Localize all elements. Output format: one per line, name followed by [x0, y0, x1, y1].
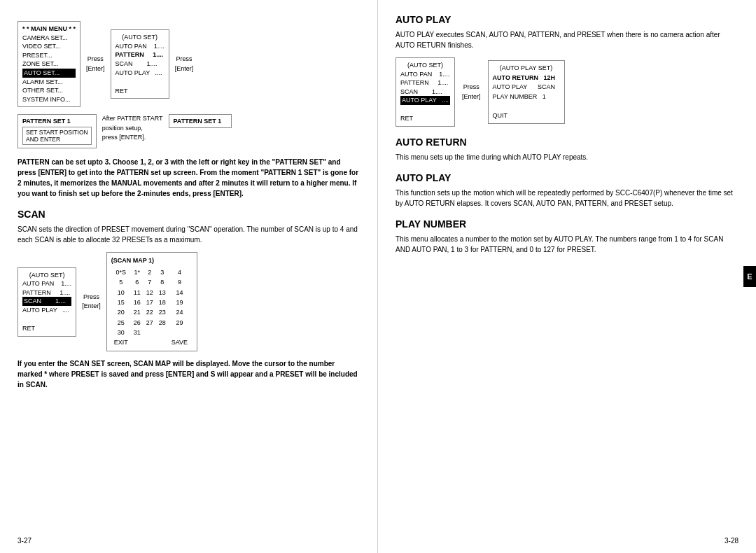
- page-right: E AUTO PLAY AUTO PLAY executes SCAN, AUT…: [378, 0, 756, 553]
- auto-return-title: AUTO RETURN: [396, 136, 738, 148]
- main-menu-other: OTHER SET...: [22, 86, 76, 95]
- pattern-set-1-label-right: PATTERN SET 1: [174, 118, 227, 125]
- diagram-row-2: PATTERN SET 1 SET START POSITIONAND ENTE…: [18, 114, 360, 148]
- scan-autopan: AUTO PAN 1....: [22, 279, 71, 288]
- enter-label-1: [Enter]: [86, 64, 105, 74]
- auto-play-scan-item: AUTO PLAY SCAN: [493, 83, 560, 92]
- auto-play-set-box: (AUTO PLAY SET) AUTO RETURN 12H AUTO PLA…: [488, 60, 565, 124]
- press-enter-1: Press [Enter]: [86, 55, 105, 74]
- main-menu-camera: CAMERA SET...: [22, 34, 76, 43]
- play-number-title: PLAY NUMBER: [396, 218, 738, 230]
- auto-set-scan: SCAN 1....: [115, 59, 164, 69]
- right-autopan: AUTO PAN 1....: [400, 70, 450, 79]
- auto-return-item: AUTO RETURN 12H: [493, 74, 560, 83]
- auto-set-ret: RET: [115, 87, 164, 96]
- scan-auto-set-title: (AUTO SET): [22, 271, 71, 280]
- enter-label-2: [Enter]: [175, 64, 194, 74]
- scan-diagram-row: (AUTO SET) AUTO PAN 1.... PATTERN 1.... …: [18, 252, 360, 351]
- main-menu-preset: PRESET...: [22, 51, 76, 60]
- right-auto-set-title: (AUTO SET): [400, 61, 450, 70]
- page-number-right: 3-28: [724, 537, 738, 545]
- scan-auto-set-box: (AUTO SET) AUTO PAN 1.... PATTERN 1.... …: [18, 267, 76, 337]
- main-menu-sysinfo: SYSTEM INFO...: [22, 95, 76, 104]
- main-menu-box: * * MAIN MENU * * CAMERA SET... VIDEO SE…: [18, 21, 80, 107]
- play-number-item: PLAY NUMBER 1: [493, 92, 560, 102]
- main-menu-title: * * MAIN MENU * *: [22, 24, 76, 34]
- main-menu-autoset: AUTO SET...: [22, 69, 76, 78]
- auto-play-title2: AUTO PLAY: [396, 172, 738, 183]
- pattern-set-1-box-right: PATTERN SET 1: [169, 114, 232, 128]
- pattern-set-1-box-left: PATTERN SET 1 SET START POSITIONAND ENTE…: [18, 114, 97, 148]
- scan-map-box: (SCAN MAP 1) 0*S1*234 56789 1011121314 1…: [106, 252, 197, 351]
- diagram-row-1: * * MAIN MENU * * CAMERA SET... VIDEO SE…: [18, 21, 360, 107]
- press-enter-2: Press [Enter]: [175, 55, 194, 74]
- right-autoplay: AUTO PLAY ....: [400, 96, 450, 105]
- enter-right-label: [Enter]: [462, 92, 481, 102]
- auto-play-set-title: (AUTO PLAY SET): [493, 64, 560, 74]
- right-auto-set-box: (AUTO SET) AUTO PAN 1.... PATTERN 1.... …: [396, 57, 455, 127]
- scan-map-table: 0*S1*234 56789 1011121314 1516171819 202…: [111, 267, 190, 348]
- auto-set-pattern: PATTERN 1....: [115, 50, 164, 59]
- right-ret: RET: [400, 114, 450, 123]
- auto-play-desc2: This function sets up the motion which w…: [396, 188, 738, 209]
- set-start-position: SET START POSITIONAND ENTER: [22, 127, 92, 145]
- scan-map-title: (SCAN MAP 1): [111, 255, 192, 265]
- right-scan: SCAN 1....: [400, 88, 450, 97]
- auto-return-desc: This menu sets up the time during which …: [396, 152, 738, 162]
- page-number-left: 3-27: [18, 537, 31, 545]
- press-enter-scan: Press [Enter]: [82, 293, 101, 312]
- main-menu-zone: ZONE SET...: [22, 59, 76, 69]
- scan-pattern: PATTERN 1....: [22, 288, 71, 298]
- press-enter-right: Press [Enter]: [462, 83, 481, 102]
- scan-title: SCAN: [18, 209, 360, 220]
- auto-play-diagrams: (AUTO SET) AUTO PAN 1.... PATTERN 1.... …: [396, 57, 738, 127]
- auto-set-autopan: AUTO PAN 1....: [115, 42, 164, 51]
- main-menu-alarm: ALARM SET...: [22, 78, 76, 87]
- play-number-desc: This menu allocates a number to the moti…: [396, 234, 738, 255]
- press-right-label: Press: [462, 83, 481, 92]
- auto-set-title: (AUTO SET): [115, 33, 164, 42]
- body-text-pattern: PATTERN can be set upto 3. Choose 1, 2, …: [18, 157, 360, 199]
- scan-ret: RET: [22, 324, 71, 333]
- after-patter-text: After PATTER STARTposition setup,press […: [102, 114, 163, 143]
- enter-scan-label: [Enter]: [82, 302, 101, 312]
- main-menu-video: VIDEO SET...: [22, 42, 76, 51]
- auto-set-autoplay: AUTO PLAY ....: [115, 69, 164, 78]
- pattern-set-1-label: PATTERN SET 1: [22, 118, 92, 125]
- press-label-2: Press: [175, 55, 194, 64]
- auto-play-desc: AUTO PLAY executes SCAN, AUTO PAN, PATTE…: [396, 29, 738, 50]
- auto-play-title: AUTO PLAY: [396, 14, 738, 25]
- right-pattern: PATTERN 1....: [400, 78, 450, 88]
- auto-play-set-quit: QUIT: [493, 111, 560, 121]
- tab-e: E: [743, 266, 756, 287]
- scan-body-text: SCAN sets the direction of PRESET moveme…: [18, 224, 360, 245]
- scan-autoplay: AUTO PLAY ....: [22, 306, 71, 315]
- page-left: * * MAIN MENU * * CAMERA SET... VIDEO SE…: [0, 0, 378, 553]
- scan-scan: SCAN 1....: [22, 297, 71, 306]
- press-scan-label: Press: [82, 293, 101, 302]
- scan-bottom-text: If you enter the SCAN SET screen, SCAN M…: [18, 358, 360, 390]
- press-label-1: Press: [86, 55, 105, 64]
- auto-set-box: (AUTO SET) AUTO PAN 1.... PATTERN 1.... …: [111, 29, 169, 99]
